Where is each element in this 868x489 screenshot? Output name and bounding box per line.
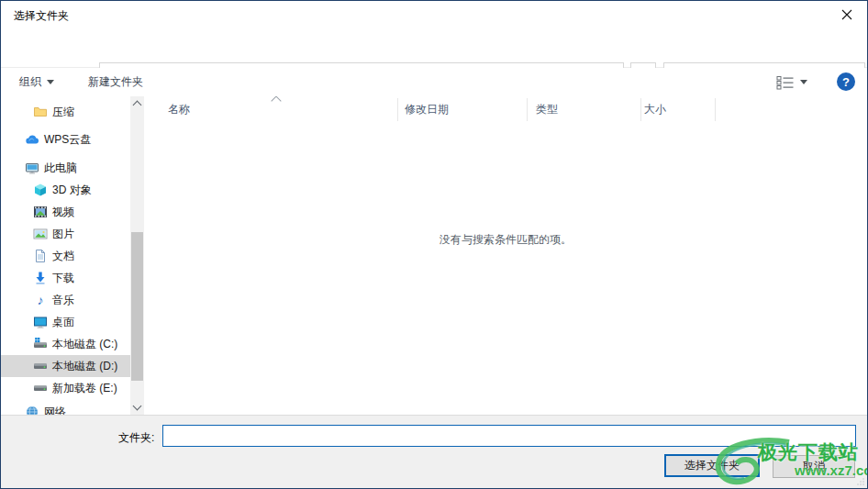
help-button[interactable]: ? xyxy=(837,72,855,91)
select-folder-button-label: 选择文件夹 xyxy=(684,458,740,473)
scroll-up-button[interactable] xyxy=(130,96,144,111)
column-divider[interactable] xyxy=(715,98,716,121)
documents-icon xyxy=(33,249,48,263)
sidebar-item-music[interactable]: ♪ 音乐 xyxy=(1,289,130,311)
column-label: 大小 xyxy=(644,102,666,117)
close-icon xyxy=(841,9,852,20)
drive-windows-icon xyxy=(33,337,48,351)
organize-label: 组织 xyxy=(19,74,41,90)
scrollbar-thumb[interactable] xyxy=(131,232,143,381)
sidebar-item-label: 网络 xyxy=(44,405,66,416)
empty-folder-message: 没有与搜索条件匹配的项。 xyxy=(144,232,867,248)
sidebar-item-label: 下载 xyxy=(52,271,74,286)
sidebar-item-pictures[interactable]: 图片 xyxy=(1,223,130,245)
downloads-icon xyxy=(33,271,48,285)
video-icon xyxy=(33,205,48,219)
sidebar-item-label: 桌面 xyxy=(52,315,74,330)
cancel-button[interactable]: 取消 xyxy=(773,455,855,478)
sidebar-item-drive-c[interactable]: 本地磁盘 (C:) xyxy=(1,333,130,355)
organize-button[interactable]: 组织 xyxy=(19,68,54,96)
select-folder-button[interactable]: 选择文件夹 xyxy=(664,454,760,477)
sidebar-item-label: 3D 对象 xyxy=(52,183,92,198)
change-view-button[interactable] xyxy=(776,68,807,96)
drive-icon xyxy=(33,381,48,395)
dialog-title: 选择文件夹 xyxy=(14,8,69,24)
sidebar-item-videos[interactable]: 视频 xyxy=(1,201,130,223)
caret-up-icon xyxy=(133,101,142,110)
dropdown-arrow-icon xyxy=(800,80,807,84)
sidebar-item-desktop[interactable]: 桌面 xyxy=(1,311,130,333)
pictures-icon xyxy=(33,227,48,241)
dialog-footer: 文件夹: 选择文件夹 取消 极光下载站 www.xz7.com xyxy=(1,415,867,488)
sidebar-item-3d-objects[interactable]: 3D 对象 xyxy=(1,179,130,201)
sidebar-item-drive-e[interactable]: 新加载卷 (E:) xyxy=(1,377,130,399)
column-label: 类型 xyxy=(536,102,558,117)
sidebar-item-label: 本地磁盘 (D:) xyxy=(52,359,117,374)
folder-icon xyxy=(33,105,48,119)
sidebar-item-documents[interactable]: 文档 xyxy=(1,245,130,267)
network-icon xyxy=(25,405,39,415)
sidebar-item-label: 文档 xyxy=(52,249,74,264)
sidebar-item-label: 压缩 xyxy=(52,105,74,120)
computer-icon xyxy=(25,161,39,175)
question-mark-icon: ? xyxy=(842,75,850,89)
new-folder-button[interactable]: 新建文件夹 xyxy=(88,68,143,96)
sidebar-item-label: 音乐 xyxy=(52,293,74,308)
sidebar-item-label: 此电脑 xyxy=(44,161,77,176)
sidebar-item-label: 视频 xyxy=(52,205,74,220)
dropdown-arrow-icon xyxy=(47,80,54,84)
file-list-pane: 名称 修改日期 类型 大小 没有与搜索条件匹配的项。 xyxy=(144,96,867,415)
column-label: 修改日期 xyxy=(405,102,449,117)
sidebar-item-wps-cloud[interactable]: WPS云盘 xyxy=(1,128,130,150)
folder-name-input[interactable] xyxy=(162,425,856,447)
resize-grip[interactable] xyxy=(857,478,864,485)
column-label: 名称 xyxy=(168,102,190,117)
sidebar-item-label: 图片 xyxy=(52,227,74,242)
sidebar-item-label: WPS云盘 xyxy=(44,132,91,148)
desktop-icon xyxy=(33,315,48,329)
sidebar-item-label: 新加载卷 (E:) xyxy=(52,381,117,396)
list-view-icon xyxy=(776,75,795,90)
sidebar-item-this-pc[interactable]: 此电脑 xyxy=(1,157,130,179)
music-icon: ♪ xyxy=(33,293,48,307)
column-divider[interactable] xyxy=(527,98,528,121)
select-folder-dialog: 选择文件夹 此电脑 本地磁盘 (D:) CNTV xyxy=(0,0,868,489)
new-folder-label: 新建文件夹 xyxy=(88,74,143,90)
sidebar-item-network[interactable]: 网络 xyxy=(1,401,130,415)
column-header-date-modified[interactable]: 修改日期 xyxy=(405,96,449,122)
column-divider[interactable] xyxy=(640,98,641,121)
sidebar-item-compressed[interactable]: 压缩 xyxy=(1,101,130,123)
navigation-pane: 压缩 WPS云盘 此电脑 3D 对象 视频 图片 xyxy=(1,96,130,415)
sidebar-scrollbar[interactable] xyxy=(130,96,144,415)
3d-cube-icon xyxy=(33,183,48,197)
column-header-name[interactable]: 名称 xyxy=(168,96,190,122)
column-header-size[interactable]: 大小 xyxy=(644,96,666,122)
sidebar-item-label: 本地磁盘 (C:) xyxy=(52,337,117,352)
column-divider[interactable] xyxy=(397,98,398,121)
content-area: 压缩 WPS云盘 此电脑 3D 对象 视频 图片 xyxy=(1,96,867,415)
sort-ascending-icon xyxy=(271,96,281,106)
title-bar: 选择文件夹 xyxy=(1,1,867,28)
cloud-icon xyxy=(25,132,39,147)
cancel-button-label: 取消 xyxy=(803,459,825,474)
command-toolbar: 组织 新建文件夹 ? xyxy=(1,68,867,97)
sidebar-item-downloads[interactable]: 下载 xyxy=(1,267,130,289)
folder-name-label: 文件夹: xyxy=(118,430,154,446)
sidebar-item-drive-d[interactable]: 本地磁盘 (D:) xyxy=(1,355,130,377)
scroll-down-button[interactable] xyxy=(130,400,144,415)
close-button[interactable] xyxy=(826,1,867,28)
column-header-type[interactable]: 类型 xyxy=(536,96,558,122)
navigation-bar: 此电脑 本地磁盘 (D:) CNTV Pixcall .pixcall data… xyxy=(1,28,867,68)
caret-down-icon xyxy=(133,402,142,411)
drive-icon xyxy=(33,359,48,373)
